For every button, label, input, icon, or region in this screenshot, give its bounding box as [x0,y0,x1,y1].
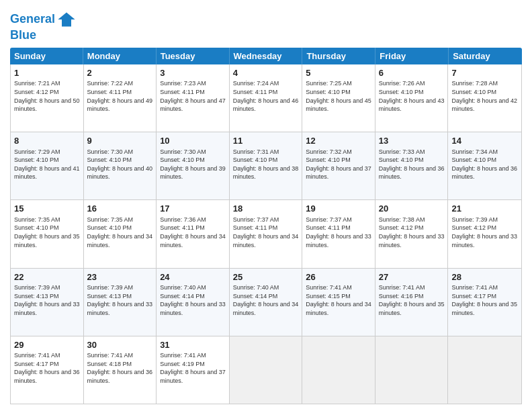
calendar-cell: 17Sunrise: 7:36 AMSunset: 4:11 PMDayligh… [157,200,230,267]
cell-info: Sunrise: 7:28 AMSunset: 4:10 PMDaylight:… [451,79,518,113]
cell-info: Sunrise: 7:26 AMSunset: 4:10 PMDaylight:… [379,79,445,113]
day-number: 14 [451,135,518,147]
calendar-cell: 2Sunrise: 7:22 AMSunset: 4:11 PMDaylight… [84,64,157,132]
cell-info: Sunrise: 7:39 AMSunset: 4:13 PMDaylight:… [14,283,80,317]
day-number: 25 [233,271,299,283]
cell-info: Sunrise: 7:24 AMSunset: 4:11 PMDaylight:… [233,79,299,113]
calendar-cell [302,336,375,404]
cell-info: Sunrise: 7:37 AMSunset: 4:11 PMDaylight:… [306,216,371,249]
day-number: 21 [451,203,518,215]
day-number: 7 [451,67,518,79]
cell-info: Sunrise: 7:33 AMSunset: 4:10 PMDaylight:… [379,148,445,181]
calendar-cell: 21Sunrise: 7:39 AMSunset: 4:12 PMDayligh… [448,200,521,267]
day-number: 16 [87,203,153,215]
cell-info: Sunrise: 7:29 AMSunset: 4:10 PMDaylight:… [14,148,80,181]
calendar-cell: 19Sunrise: 7:37 AMSunset: 4:11 PMDayligh… [302,200,375,267]
day-number: 3 [160,67,226,79]
day-number: 26 [306,271,371,283]
calendar-cell: 5Sunrise: 7:25 AMSunset: 4:10 PMDaylight… [302,64,375,132]
cell-info: Sunrise: 7:41 AMSunset: 4:19 PMDaylight:… [160,351,226,385]
cell-info: Sunrise: 7:41 AMSunset: 4:17 PMDaylight:… [14,351,80,385]
cell-info: Sunrise: 7:22 AMSunset: 4:11 PMDaylight:… [87,79,153,113]
calendar-cell: 30Sunrise: 7:41 AMSunset: 4:18 PMDayligh… [84,336,157,404]
calendar-cell: 8Sunrise: 7:29 AMSunset: 4:10 PMDaylight… [11,132,84,199]
day-number: 12 [306,135,371,147]
calendar-cell: 28Sunrise: 7:41 AMSunset: 4:17 PMDayligh… [448,269,521,336]
calendar-cell: 26Sunrise: 7:41 AMSunset: 4:15 PMDayligh… [302,269,375,336]
calendar-row: 22Sunrise: 7:39 AMSunset: 4:13 PMDayligh… [11,269,521,336]
day-number: 30 [87,339,153,351]
day-number: 9 [87,135,153,147]
weekday-header: Tuesday [157,48,230,64]
cell-info: Sunrise: 7:35 AMSunset: 4:10 PMDaylight:… [87,216,153,249]
calendar-cell: 12Sunrise: 7:32 AMSunset: 4:10 PMDayligh… [302,132,375,199]
day-number: 24 [160,271,226,283]
weekday-header: Wednesday [230,48,303,64]
cell-info: Sunrise: 7:38 AMSunset: 4:12 PMDaylight:… [379,216,445,249]
day-number: 5 [306,67,371,79]
weekday-header: Friday [375,48,449,64]
day-number: 4 [233,67,299,79]
weekday-header: Thursday [302,48,375,64]
calendar-cell: 10Sunrise: 7:30 AMSunset: 4:10 PMDayligh… [157,132,230,199]
cell-info: Sunrise: 7:31 AMSunset: 4:10 PMDaylight:… [233,148,299,181]
page: General Blue SundayMondayTuesdayWednesda… [0,0,532,411]
day-number: 31 [160,339,226,351]
cell-info: Sunrise: 7:40 AMSunset: 4:14 PMDaylight:… [160,283,226,317]
cell-info: Sunrise: 7:30 AMSunset: 4:10 PMDaylight:… [160,148,226,181]
day-number: 22 [14,271,80,283]
cell-info: Sunrise: 7:30 AMSunset: 4:10 PMDaylight:… [87,148,153,181]
cell-info: Sunrise: 7:41 AMSunset: 4:15 PMDaylight:… [306,283,371,317]
day-number: 27 [379,271,445,283]
calendar-body: 1Sunrise: 7:21 AMSunset: 4:12 PMDaylight… [10,64,522,404]
calendar-cell: 25Sunrise: 7:40 AMSunset: 4:14 PMDayligh… [230,269,303,336]
calendar-row: 15Sunrise: 7:35 AMSunset: 4:10 PMDayligh… [11,200,521,268]
calendar-cell: 29Sunrise: 7:41 AMSunset: 4:17 PMDayligh… [11,336,84,404]
calendar-cell: 14Sunrise: 7:34 AMSunset: 4:10 PMDayligh… [448,132,521,199]
calendar-row: 29Sunrise: 7:41 AMSunset: 4:17 PMDayligh… [11,336,521,404]
day-number: 17 [160,203,226,215]
weekday-header: Saturday [449,48,522,64]
calendar-cell: 6Sunrise: 7:26 AMSunset: 4:10 PMDaylight… [375,64,449,132]
calendar-cell: 22Sunrise: 7:39 AMSunset: 4:13 PMDayligh… [11,269,84,336]
svg-marker-0 [58,13,75,27]
calendar-cell: 1Sunrise: 7:21 AMSunset: 4:12 PMDaylight… [11,64,84,132]
calendar-cell: 23Sunrise: 7:39 AMSunset: 4:13 PMDayligh… [84,269,157,336]
calendar: SundayMondayTuesdayWednesdayThursdayFrid… [10,48,522,404]
day-number: 13 [379,135,445,147]
calendar-cell: 15Sunrise: 7:35 AMSunset: 4:10 PMDayligh… [11,200,84,267]
calendar-cell: 27Sunrise: 7:41 AMSunset: 4:16 PMDayligh… [375,269,449,336]
cell-info: Sunrise: 7:32 AMSunset: 4:10 PMDaylight:… [306,148,371,181]
calendar-header: SundayMondayTuesdayWednesdayThursdayFrid… [10,48,522,64]
cell-info: Sunrise: 7:37 AMSunset: 4:11 PMDaylight:… [233,216,299,249]
calendar-cell [375,336,449,404]
calendar-row: 8Sunrise: 7:29 AMSunset: 4:10 PMDaylight… [11,132,521,200]
day-number: 18 [233,203,299,215]
calendar-cell: 3Sunrise: 7:23 AMSunset: 4:11 PMDaylight… [157,64,230,132]
cell-info: Sunrise: 7:21 AMSunset: 4:12 PMDaylight:… [14,79,80,113]
calendar-cell: 7Sunrise: 7:28 AMSunset: 4:10 PMDaylight… [448,64,521,132]
cell-info: Sunrise: 7:39 AMSunset: 4:13 PMDaylight:… [87,283,153,317]
day-number: 6 [379,67,445,79]
day-number: 10 [160,135,226,147]
cell-info: Sunrise: 7:35 AMSunset: 4:10 PMDaylight:… [14,216,80,249]
calendar-cell: 16Sunrise: 7:35 AMSunset: 4:10 PMDayligh… [84,200,157,267]
calendar-cell: 24Sunrise: 7:40 AMSunset: 4:14 PMDayligh… [157,269,230,336]
cell-info: Sunrise: 7:40 AMSunset: 4:14 PMDaylight:… [233,283,299,317]
cell-info: Sunrise: 7:34 AMSunset: 4:10 PMDaylight:… [451,148,518,181]
day-number: 15 [14,203,80,215]
calendar-row: 1Sunrise: 7:21 AMSunset: 4:12 PMDaylight… [11,64,521,132]
day-number: 28 [451,271,518,283]
calendar-cell: 4Sunrise: 7:24 AMSunset: 4:11 PMDaylight… [230,64,303,132]
cell-info: Sunrise: 7:23 AMSunset: 4:11 PMDaylight:… [160,79,226,113]
calendar-cell: 13Sunrise: 7:33 AMSunset: 4:10 PMDayligh… [375,132,449,199]
logo-text: General [10,13,55,26]
day-number: 11 [233,135,299,147]
cell-info: Sunrise: 7:39 AMSunset: 4:12 PMDaylight:… [451,216,518,249]
day-number: 1 [14,67,80,79]
weekday-header: Sunday [10,48,83,64]
cell-info: Sunrise: 7:41 AMSunset: 4:17 PMDaylight:… [451,283,518,317]
calendar-cell: 31Sunrise: 7:41 AMSunset: 4:19 PMDayligh… [157,336,230,404]
calendar-cell [448,336,521,404]
calendar-cell: 9Sunrise: 7:30 AMSunset: 4:10 PMDaylight… [84,132,157,199]
